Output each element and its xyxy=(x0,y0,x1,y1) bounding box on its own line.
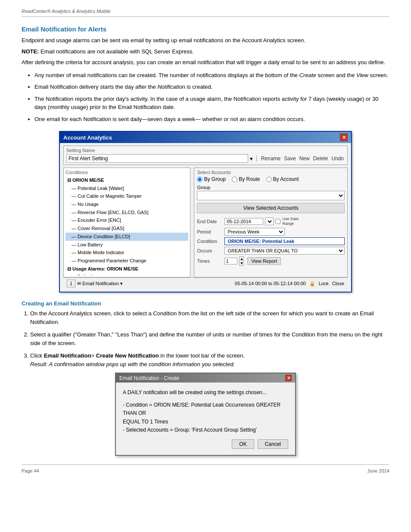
note-text: NOTE: Email notifications are not availa… xyxy=(22,47,389,56)
footer-count: 1 xyxy=(67,280,75,287)
create-dialog: Email Notification - Create ✕ A DAILY no… xyxy=(115,373,296,456)
condition-row: Condition ORION ME/SE: Potential Leak xyxy=(197,237,345,245)
times-label: Times xyxy=(197,258,223,264)
group-section: Group xyxy=(197,185,345,200)
account-type-radio-group: By Group By Route By Account xyxy=(197,176,345,182)
period-label: Period xyxy=(197,229,223,234)
tree-child[interactable]: — Cut Cable or Magnetic Tamper xyxy=(65,192,188,200)
window-close-button[interactable]: ✕ xyxy=(340,134,348,141)
steps-list: On the Account Analytics screen, click t… xyxy=(30,309,389,368)
end-date-label: End Date xyxy=(197,219,223,224)
tree-child[interactable]: — Cover Removal [GAS] xyxy=(65,224,188,233)
footer-left: 1 ✉ Email Notification ▾ xyxy=(67,280,123,287)
notification-dropdown-arrow[interactable]: ▾ xyxy=(120,281,123,286)
create-dialog-body: A DAILY notification will be created usi… xyxy=(116,383,295,455)
dialog-detail-line2: EQUAL TO 1 Times xyxy=(123,419,168,425)
tree-child[interactable]: — Programmed Parameter Change xyxy=(65,257,188,265)
group-select[interactable] xyxy=(197,191,345,200)
by-group-option[interactable]: By Group xyxy=(197,176,226,182)
page-header: ReadCenter® Analytics & Analytics Mobile xyxy=(22,9,389,17)
by-account-radio[interactable] xyxy=(266,177,272,182)
rename-button[interactable]: Rename xyxy=(260,156,281,162)
view-report-button[interactable]: View Report xyxy=(247,257,281,265)
create-dialog-wrapper: Email Notification - Create ✕ A DAILY no… xyxy=(22,373,389,456)
account-analytics-window: Account Analytics ✕ Setting Name ▾ Renam… xyxy=(59,131,352,292)
intro-text: Endpoint and usage alarms can be sent vi… xyxy=(22,36,389,45)
email-notification-menu[interactable]: ✉ Email Notification ▾ xyxy=(77,281,123,286)
setting-name-label: Setting Name xyxy=(66,148,345,153)
email-notification-label: Email Notification xyxy=(82,281,119,286)
by-group-label: By Group xyxy=(204,176,226,182)
conditions-panel: Conditions ⊟ ORION ME/SE — Potential Lea… xyxy=(63,168,190,277)
bullet-list: Any number of email notifications can be… xyxy=(34,71,389,124)
bullet-item: Any number of email notifications can be… xyxy=(34,71,389,80)
tree-child[interactable]: — Reverse Flow [ENC, ELCD, GAS] xyxy=(65,208,188,217)
dialog-detail-line1: - Condition = ORION ME/SE: Potential Lea… xyxy=(123,402,280,416)
use-date-range-checkbox[interactable] xyxy=(275,219,280,224)
conditions-label: Conditions xyxy=(65,170,188,175)
tree-group[interactable]: ⊟ Usage Alarms: ORION ME/SE xyxy=(65,265,188,273)
step-3: Click Email Notification> Create New Not… xyxy=(30,352,389,368)
dialog-cancel-button[interactable]: Cancel xyxy=(258,439,288,449)
by-account-label: By Account xyxy=(273,176,299,182)
tree-group[interactable]: ⊟ ORION ME/SE xyxy=(65,176,188,184)
lock-label[interactable]: Lock xyxy=(319,281,329,286)
setting-dropdown-icon[interactable]: ▾ xyxy=(250,156,253,162)
period-select[interactable]: Previous Week xyxy=(224,228,285,236)
form-fields: End Date Use DateRange Period Previous W… xyxy=(197,217,345,266)
tree-child[interactable]: — Mobile Mode Indicator xyxy=(65,249,188,257)
bullet-item: The Notification reports the prior day's… xyxy=(34,95,389,112)
tree-child[interactable]: — No Usage xyxy=(65,200,188,208)
times-spinner[interactable]: ▲ ▼ xyxy=(239,256,244,266)
spinner-up[interactable]: ▲ xyxy=(240,257,243,261)
times-input[interactable] xyxy=(224,258,237,264)
create-dialog-title: Email Notification - Create xyxy=(119,375,179,381)
delete-button[interactable]: Delete xyxy=(312,156,329,162)
tree-child[interactable]: — Device Condition [ELCD] xyxy=(65,233,188,241)
use-date-range-label: Use DateRange xyxy=(282,217,299,226)
occurs-row: Occurs GREATER THAN OR EQUAL TO xyxy=(197,247,345,255)
select-accounts-label: Select Accounts xyxy=(197,170,345,175)
close-label[interactable]: Close xyxy=(332,281,344,286)
new-button[interactable]: New xyxy=(299,156,311,162)
view-selected-accounts-button[interactable]: View Selected Accounts xyxy=(197,203,345,213)
lock-icon: 🔒 xyxy=(309,281,315,286)
tree-child[interactable]: — Potential Leak [Water] xyxy=(65,184,188,193)
page-footer: Page 44 June 2014 xyxy=(22,464,389,473)
by-route-radio[interactable] xyxy=(232,177,237,182)
step-2: Select a qualifier ("Greater Than," "Les… xyxy=(30,330,389,347)
period-row: Period Previous Week xyxy=(197,228,345,236)
page-number: Page 44 xyxy=(22,468,39,473)
by-account-option[interactable]: By Account xyxy=(266,176,299,182)
footer-right: 05-05-14 00:00 to 05-12-14 00:00 🔒 Lock … xyxy=(235,281,344,286)
window-title: Account Analytics xyxy=(63,134,112,141)
dialog-ok-button[interactable]: OK xyxy=(232,439,254,449)
by-group-radio[interactable] xyxy=(197,177,202,182)
tree-child[interactable]: — Daily Usage xyxy=(65,273,188,275)
dialog-detail: - Condition = ORION ME/SE: Potential Lea… xyxy=(123,401,288,434)
tree-child[interactable]: — Low Battery xyxy=(65,241,188,249)
occurs-label: Occurs xyxy=(197,248,223,253)
conditions-tree[interactable]: ⊟ ORION ME/SE — Potential Leak [Water] —… xyxy=(65,176,188,275)
condition-value: ORION ME/SE: Potential Leak xyxy=(224,237,345,245)
save-button[interactable]: Save xyxy=(283,156,296,162)
group-label: Group xyxy=(197,185,345,190)
notification-count: 1 xyxy=(70,281,72,286)
spinner-down[interactable]: ▼ xyxy=(240,261,243,265)
by-route-option[interactable]: By Route xyxy=(232,176,260,182)
undo-button[interactable]: Undo xyxy=(330,156,345,162)
by-route-label: By Route xyxy=(239,176,260,182)
condition-label: Condition xyxy=(197,239,223,244)
sub-section-title: Creating an Email Notification xyxy=(22,300,389,307)
footer-date-range: 05-05-14 00:00 to 05-12-14 00:00 xyxy=(235,281,306,286)
occurs-select[interactable]: GREATER THAN OR EQUAL TO xyxy=(224,247,345,255)
setting-name-input[interactable] xyxy=(66,154,248,163)
end-date-dropdown[interactable] xyxy=(265,218,274,225)
window-titlebar: Account Analytics ✕ xyxy=(60,132,351,143)
dialog-close-button[interactable]: ✕ xyxy=(285,375,292,381)
dialog-message: A DAILY notification will be created usi… xyxy=(123,389,288,397)
step-1: On the Account Analytics screen, click t… xyxy=(30,309,389,326)
tree-child[interactable]: — Encoder Error [ENC] xyxy=(65,216,188,224)
end-date-input[interactable] xyxy=(224,218,263,225)
footer-date: June 2014 xyxy=(367,468,389,473)
